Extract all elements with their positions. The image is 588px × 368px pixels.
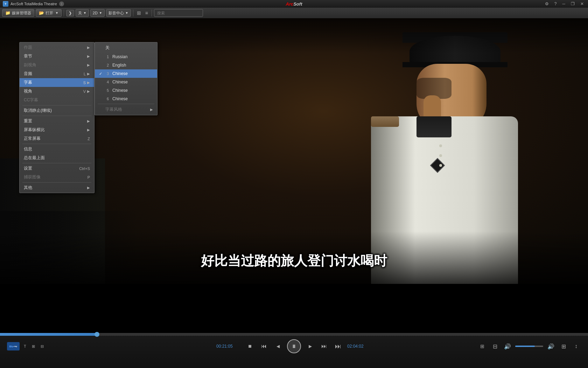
menu-item-zuoti[interactable]: 作题 ▶ bbox=[20, 43, 94, 52]
fullscreen-btn[interactable]: ⊞ bbox=[559, 341, 568, 351]
subtitle-chinese5-item[interactable]: 5 Chinese bbox=[95, 86, 157, 95]
subtitle-chinese5-num: 5 bbox=[105, 88, 110, 93]
button-3 bbox=[439, 164, 442, 167]
mode-off-label: 关 bbox=[78, 11, 82, 16]
arcsoft-logo: ArcSoft bbox=[286, 1, 302, 7]
controls-left: Blu -ray T ⊞ ⊟ bbox=[7, 342, 45, 350]
subtitle-english-item[interactable]: 2 English bbox=[95, 61, 157, 69]
app-title: ArcSoft TotalMedia Theatre bbox=[10, 2, 57, 6]
subtitle-chinese4-label: Chinese bbox=[112, 80, 128, 84]
close-title-btn[interactable]: ✕ bbox=[579, 1, 585, 6]
app-icon: T bbox=[3, 1, 8, 7]
grid-view-btn[interactable]: ⊞ bbox=[135, 9, 142, 16]
menu-separator-4 bbox=[22, 163, 91, 163]
menu-item-zhanjie-label: 章节 bbox=[24, 53, 32, 59]
rewind-btn[interactable]: ⏮ bbox=[259, 341, 269, 351]
media-manager-icon: 📁 bbox=[5, 11, 10, 15]
disc-btn-3[interactable]: ⊟ bbox=[39, 343, 45, 349]
subtitle-chinese4-num: 4 bbox=[105, 80, 110, 84]
media-manager-button[interactable]: 📁 媒体管理器 bbox=[2, 9, 34, 17]
context-menu: 作题 ▶ 章节 ▶ 副视角 ▶ 音频 L ▶ 字幕 S ▶ 视角 V ▶ CC字… bbox=[19, 42, 94, 193]
menu-item-normal-screen-label: 正常屏幕 bbox=[24, 136, 41, 142]
subtitle-russian-num: 1 bbox=[105, 55, 110, 59]
subtitle-chinese6-item[interactable]: 6 Chinese bbox=[95, 95, 157, 103]
menu-shortcut-settings: Ctrl+S bbox=[79, 166, 90, 171]
menu-item-shijiao-label: 视角 bbox=[24, 88, 32, 94]
capture-btn[interactable]: ⊞ bbox=[477, 341, 487, 351]
menu-item-capture-label: 捕获图像 bbox=[24, 174, 41, 180]
menu-item-chongzhi[interactable]: 重置 ▶ bbox=[20, 117, 94, 125]
progress-bar[interactable] bbox=[0, 333, 588, 336]
menu-item-yinpin-label: 音频 bbox=[24, 71, 32, 77]
media-center-arrow: ▼ bbox=[125, 11, 128, 15]
subtitle-chinese5-label: Chinese bbox=[112, 88, 128, 93]
info-icon[interactable]: i bbox=[59, 1, 64, 6]
skip-to-btn[interactable]: ⏭ bbox=[333, 341, 343, 351]
menu-item-aspect-ratio[interactable]: 屏幕纵横比 ▶ bbox=[20, 125, 94, 134]
help-title-icon[interactable]: ? bbox=[553, 1, 558, 6]
fast-forward-btn[interactable]: ⏭ bbox=[319, 341, 329, 351]
menu-item-fushijiao[interactable]: 副视角 ▶ bbox=[20, 61, 94, 69]
menu-item-zhanjie[interactable]: 章节 ▶ bbox=[20, 52, 94, 61]
menu-shortcut-zimu: S bbox=[83, 81, 86, 85]
menu-item-settings-label: 设置 bbox=[24, 165, 32, 171]
officer-head-area bbox=[396, 32, 514, 130]
bottom-left-shadow bbox=[0, 211, 140, 284]
menu-item-settings[interactable]: 设置 Ctrl+S bbox=[20, 164, 94, 173]
settings-title-icon[interactable]: ⚙ bbox=[544, 1, 550, 6]
menu-arrow-aspect: ▶ bbox=[87, 128, 90, 132]
mode-2d-dropdown[interactable]: 2D ▼ bbox=[90, 9, 105, 17]
toolbar-separator-1 bbox=[64, 9, 64, 16]
volume-max-icon: 🔊 bbox=[546, 341, 556, 351]
menu-separator-5 bbox=[22, 182, 91, 183]
menu-item-yinpin[interactable]: 音频 L ▶ bbox=[20, 69, 94, 78]
menu-item-always-top[interactable]: 总在最上面 bbox=[20, 154, 94, 162]
menu-item-shijiao[interactable]: 视角 V ▶ bbox=[20, 87, 94, 96]
subtitle-english-num: 2 bbox=[105, 63, 110, 67]
play-pause-btn[interactable]: ⏸ bbox=[287, 339, 301, 353]
volume-icon[interactable]: 🔊 bbox=[503, 341, 512, 351]
progress-fill bbox=[0, 333, 97, 336]
volume-fill bbox=[515, 346, 535, 347]
menu-item-info[interactable]: 信息 bbox=[20, 145, 94, 154]
menu-btn[interactable]: ⊟ bbox=[490, 341, 500, 351]
menu-item-cancel-pause[interactable]: 取消静止(继续) bbox=[20, 106, 94, 115]
subtitle-russian-item[interactable]: 1 Russian bbox=[95, 53, 157, 61]
controls-center: 00:21:05 ■ ⏮ ◀ ⏸ ▶ ⏭ ⏭ 02:04:02 bbox=[216, 339, 372, 353]
media-center-dropdown[interactable]: 影音中心 ▼ bbox=[106, 9, 131, 17]
mode-2d-arrow: ▼ bbox=[99, 11, 102, 15]
settings-btn[interactable]: ↕ bbox=[571, 341, 581, 351]
nav-arrow-btn[interactable]: ❯ bbox=[66, 10, 74, 16]
restore-title-btn[interactable]: ❐ bbox=[569, 1, 576, 6]
menu-item-cancel-pause-label: 取消静止(继续) bbox=[24, 108, 52, 114]
menu-item-cc[interactable]: CC字幕 bbox=[20, 96, 94, 104]
titlebar-center: ArcSoft bbox=[286, 1, 302, 7]
disc-btn-2[interactable]: ⊞ bbox=[30, 343, 36, 349]
search-input[interactable] bbox=[154, 9, 203, 17]
menu-item-fushijiao-label: 副视角 bbox=[24, 62, 36, 68]
subtitle-chinese4-item[interactable]: 4 Chinese bbox=[95, 78, 157, 86]
subtitle-chinese3-item[interactable]: ✓ 3 Chinese bbox=[95, 69, 157, 78]
menu-item-zimu[interactable]: 字幕 S ▶ bbox=[20, 78, 94, 87]
volume-slider[interactable] bbox=[515, 346, 543, 347]
subtitle-off-item[interactable]: 关 bbox=[95, 43, 157, 53]
disc-btn-t[interactable]: T bbox=[22, 343, 28, 349]
menu-item-capture[interactable]: 捕获图像 P bbox=[20, 173, 94, 182]
menu-item-other[interactable]: 其他 ▶ bbox=[20, 183, 94, 192]
menu-arrow-fushijiao: ▶ bbox=[87, 63, 90, 67]
menu-item-normal-screen[interactable]: 正常屏幕 Z bbox=[20, 134, 94, 143]
minimize-title-btn[interactable]: ─ bbox=[561, 1, 567, 6]
stop-btn[interactable]: ■ bbox=[245, 341, 255, 351]
step-back-btn[interactable]: ◀ bbox=[273, 341, 283, 351]
list-view-btn[interactable]: ≡ bbox=[144, 9, 149, 16]
step-forward-btn[interactable]: ▶ bbox=[305, 341, 315, 351]
uniform-body bbox=[371, 116, 546, 284]
subtitle-russian-label: Russian bbox=[112, 54, 127, 59]
mode-off-dropdown[interactable]: 关 ▼ bbox=[76, 9, 89, 17]
subtitle-style-item[interactable]: 字幕风格 ▶ bbox=[95, 105, 157, 114]
menu-arrow-yinpin: ▶ bbox=[87, 72, 90, 76]
toolbar: 📁 媒体管理器 📂 打开 ▼ ❯ 关 ▼ 2D ▼ 影音中心 ▼ ⊞ ≡ bbox=[0, 8, 588, 18]
open-button[interactable]: 📂 打开 ▼ bbox=[36, 9, 62, 17]
menu-shortcut-shijiao: V bbox=[83, 89, 86, 94]
mode-2d-label: 2D bbox=[93, 11, 98, 15]
